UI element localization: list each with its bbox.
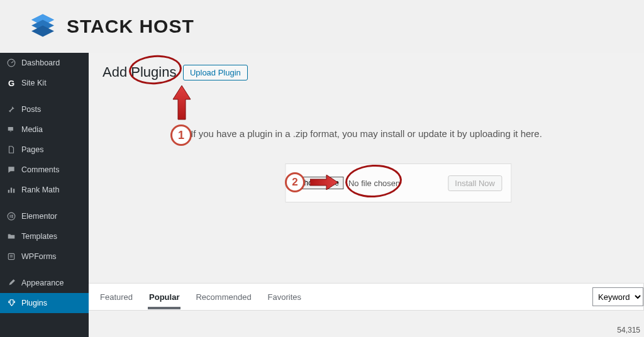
svg-rect-5	[8, 127, 13, 131]
sidebar-item-rankmath[interactable]: Rank Math	[0, 180, 89, 200]
sidebar-item-label: Rank Math	[21, 185, 59, 194]
sidebar-item-label: Plugins	[21, 299, 47, 307]
tab-popular[interactable]: Popular	[148, 285, 180, 309]
plugin-filter-tabs: Featured Popular Recommended Favorites K…	[89, 283, 644, 311]
main-content: Add Plugins Upload Plugin 1 If you have …	[89, 53, 644, 337]
sidebar-item-label: Templates	[21, 232, 57, 241]
tab-recommended[interactable]: Recommended	[194, 285, 252, 309]
chart-icon	[6, 185, 16, 195]
svg-rect-13	[11, 217, 13, 218]
sidebar-item-label: Site Kit	[21, 79, 47, 87]
sidebar-item-label: Media	[21, 125, 43, 134]
admin-sidebar: Dashboard G Site Kit Posts Media Pages	[0, 53, 89, 337]
sidebar-item-plugins[interactable]: Plugins	[0, 293, 89, 313]
svg-rect-12	[11, 216, 13, 216]
brand-logo-icon	[28, 11, 58, 41]
upload-plugin-button[interactable]: Upload Plugin	[183, 65, 248, 80]
sitekit-icon: G	[6, 78, 16, 88]
svg-rect-11	[11, 215, 13, 216]
sidebar-item-appearance[interactable]: Appearance	[0, 273, 89, 293]
search-type-select[interactable]: Keyword	[592, 287, 643, 306]
upload-instruction-text: If you have a plugin in a .zip format, y…	[89, 128, 644, 139]
choose-file-button[interactable]: Choose File	[294, 177, 343, 189]
install-now-button[interactable]: Install Now	[448, 175, 502, 191]
result-count: 54,315	[617, 326, 640, 334]
folder-icon	[6, 231, 16, 241]
brand-bar: STACK HOST	[0, 0, 644, 53]
sidebar-item-label: Dashboard	[21, 58, 60, 67]
annotation-arrow-1	[172, 86, 192, 124]
sidebar-item-label: Elementor	[21, 212, 57, 221]
media-icon	[6, 124, 16, 135]
svg-rect-8	[13, 189, 14, 192]
pin-icon	[6, 104, 16, 114]
form-icon	[6, 251, 16, 262]
sidebar-item-pages[interactable]: Pages	[0, 140, 89, 160]
dashboard-icon	[6, 58, 16, 68]
brush-icon	[6, 278, 16, 288]
sidebar-item-label: WPForms	[21, 252, 57, 261]
brand-name: STACK HOST	[67, 16, 194, 37]
sidebar-item-label: Appearance	[21, 279, 64, 287]
file-chosen-status: No file chosen	[348, 179, 443, 188]
upload-form: Choose File No file chosen Install Now	[285, 163, 511, 202]
sidebar-item-label: Comments	[21, 165, 59, 174]
sidebar-item-posts[interactable]: Posts	[0, 99, 89, 119]
svg-rect-6	[8, 190, 9, 193]
sidebar-item-media[interactable]: Media	[0, 119, 89, 140]
sidebar-item-label: Posts	[21, 105, 41, 114]
sidebar-item-label: Pages	[21, 145, 43, 154]
svg-rect-10	[10, 215, 11, 218]
sidebar-item-wpforms[interactable]: WPForms	[0, 246, 89, 267]
page-icon	[6, 145, 16, 155]
plugin-icon	[6, 298, 16, 308]
svg-marker-3	[31, 26, 54, 37]
tab-favorites[interactable]: Favorites	[267, 285, 303, 309]
comment-icon	[6, 165, 16, 175]
sidebar-item-templates[interactable]: Templates	[0, 226, 89, 246]
sidebar-item-dashboard[interactable]: Dashboard	[0, 53, 89, 73]
sidebar-item-elementor[interactable]: Elementor	[0, 206, 89, 226]
elementor-icon	[6, 211, 16, 221]
page-title: Add Plugins	[103, 64, 176, 80]
svg-rect-7	[11, 188, 12, 193]
sidebar-item-sitekit[interactable]: G Site Kit	[0, 73, 89, 93]
tab-featured[interactable]: Featured	[99, 285, 134, 309]
sidebar-item-comments[interactable]: Comments	[0, 160, 89, 180]
